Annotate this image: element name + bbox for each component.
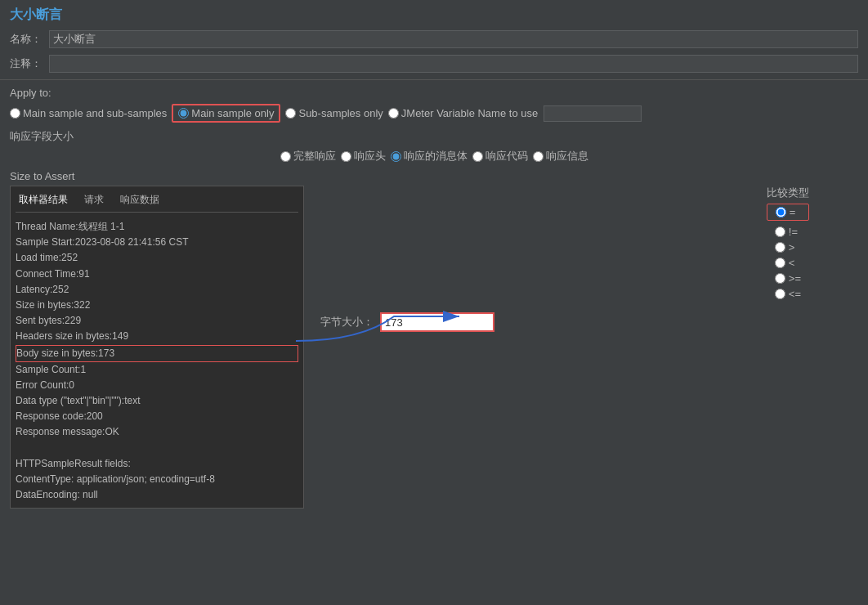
apply-jmeter-var-radio[interactable]: JMeter Variable Name to use xyxy=(388,105,642,122)
size-assert-content: 取样器结果 请求 响应数据 Thread Name:线程组 1-1 Sample… xyxy=(10,186,858,509)
cmp-lte-label: <= xyxy=(789,288,801,300)
apply-to-label: Apply to: xyxy=(0,83,868,101)
apply-main-only-label: Main sample only xyxy=(191,107,274,119)
line-sample-start: Sample Start:2023-08-08 21:41:56 CST xyxy=(16,235,298,250)
resp-head-label: 响应头 xyxy=(354,149,386,164)
compare-type-label: 比较类型 xyxy=(767,186,809,200)
jmeter-var-input[interactable] xyxy=(544,105,642,122)
comment-input[interactable] xyxy=(49,55,858,73)
resp-msg-label: 响应信息 xyxy=(546,149,588,164)
sampler-lines: Thread Name:线程组 1-1 Sample Start:2023-08… xyxy=(16,219,298,503)
apply-to-group: Main sample and sub-samples Main sample … xyxy=(0,101,868,126)
response-field-label: 响应字段大小 xyxy=(0,126,868,146)
cmp-gt-radio[interactable]: > xyxy=(767,240,809,255)
apply-jmeter-var-label: JMeter Variable Name to use xyxy=(401,107,538,119)
resp-body-label: 响应的消息体 xyxy=(404,149,468,164)
apply-main-only-radio[interactable]: Main sample only xyxy=(172,104,280,123)
sampler-tabs: 取样器结果 请求 响应数据 xyxy=(16,191,298,213)
line-connect-time: Connect Time:91 xyxy=(16,267,298,282)
line-response-msg: Response message:OK xyxy=(16,424,298,440)
apply-main-sub-label: Main sample and sub-samples xyxy=(23,107,167,119)
tab-response-data[interactable]: 响应数据 xyxy=(117,191,163,208)
line-size-bytes: Size in bytes:322 xyxy=(16,298,298,313)
cmp-gte-radio[interactable]: >= xyxy=(767,271,809,286)
line-latency: Latency:252 xyxy=(16,282,298,298)
line-response-code: Response code:200 xyxy=(16,409,298,424)
cmp-gt-label: > xyxy=(789,241,795,253)
apply-main-sub-radio[interactable]: Main sample and sub-samples xyxy=(10,107,167,119)
line-thread-name: Thread Name:线程组 1-1 xyxy=(16,219,298,235)
line-sample-count: Sample Count:1 xyxy=(16,362,298,378)
cmp-lte-radio[interactable]: <= xyxy=(767,286,809,302)
line-http-fields: HTTPSampleResult fields: xyxy=(16,456,298,472)
response-options-group: 完整响应 响应头 响应的消息体 响应代码 响应信息 xyxy=(0,146,868,167)
compare-type-section: 比较类型 = != > < xyxy=(767,186,809,302)
cmp-eq-label: = xyxy=(790,206,796,218)
resp-full-radio[interactable]: 完整响应 xyxy=(280,149,336,164)
line-data-type: Data type ("text"|"bin"|""):text xyxy=(16,393,298,409)
right-content: 字节大小： 比较类型 = != > xyxy=(320,186,858,332)
resp-full-label: 完整响应 xyxy=(293,149,336,164)
resp-head-radio[interactable]: 响应头 xyxy=(341,149,386,164)
resp-msg-radio[interactable]: 响应信息 xyxy=(533,149,588,164)
line-data-encoding: DataEncoding: null xyxy=(16,487,298,503)
name-row: 名称： xyxy=(0,27,868,52)
line-error-count: Error Count:0 xyxy=(16,378,298,393)
sampler-result-box: 取样器结果 请求 响应数据 Thread Name:线程组 1-1 Sample… xyxy=(10,186,304,509)
tab-request[interactable]: 请求 xyxy=(81,191,107,208)
cmp-gte-label: >= xyxy=(789,272,801,285)
line-content-type: ContentType: application/json; encoding=… xyxy=(16,472,298,487)
title-bar: 大小断言 xyxy=(0,0,868,27)
apply-sub-only-radio[interactable]: Sub-samples only xyxy=(285,107,383,119)
apply-sub-only-label: Sub-samples only xyxy=(298,107,383,119)
cmp-neq-label: != xyxy=(789,226,798,238)
resp-body-radio[interactable]: 响应的消息体 xyxy=(391,149,468,164)
resp-code-radio[interactable]: 响应代码 xyxy=(472,149,528,164)
tab-sampler-result[interactable]: 取样器结果 xyxy=(16,191,71,208)
line-body-size: Body size in bytes:173 xyxy=(16,345,298,362)
line-headers-size: Headers size in bytes:149 xyxy=(16,329,298,344)
cmp-lt-label: < xyxy=(789,257,795,269)
line-sent-bytes: Sent bytes:229 xyxy=(16,313,298,329)
arrow-svg xyxy=(296,292,476,357)
comment-label: 注释： xyxy=(10,56,43,71)
size-assert-label: Size to Assert xyxy=(10,170,858,182)
name-input[interactable] xyxy=(49,30,858,48)
cmp-lt-radio[interactable]: < xyxy=(767,255,809,271)
name-label: 名称： xyxy=(10,32,43,47)
line-empty xyxy=(16,441,298,456)
page-title: 大小断言 xyxy=(10,7,858,24)
size-assert-section: Size to Assert 取样器结果 请求 响应数据 Thread Name… xyxy=(0,167,868,512)
cmp-eq-radio[interactable]: = xyxy=(767,204,809,221)
line-load-time: Load time:252 xyxy=(16,250,298,266)
comment-row: 注释： xyxy=(0,52,868,76)
cmp-neq-radio[interactable]: != xyxy=(767,224,809,240)
resp-code-label: 响应代码 xyxy=(485,149,528,164)
